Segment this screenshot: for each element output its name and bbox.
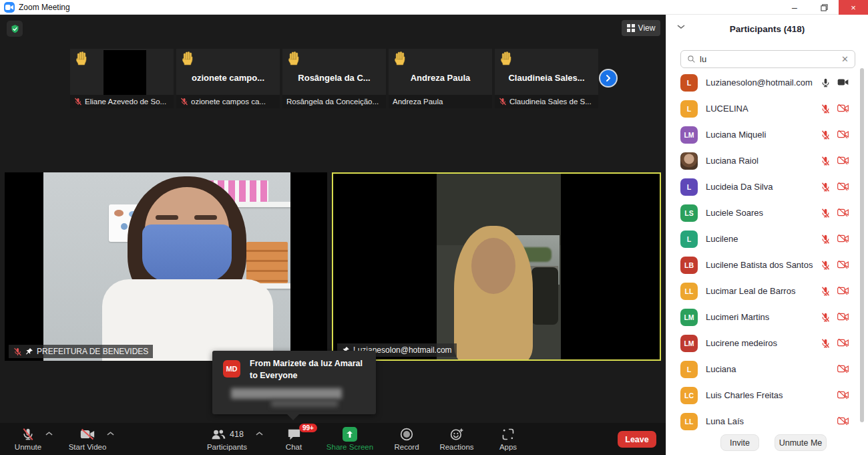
participant-row[interactable]: LC Luis Charles Freitas <box>666 383 864 409</box>
start-video-label: Start Video <box>69 443 107 451</box>
clear-search-icon[interactable]: ✕ <box>841 54 849 64</box>
participant-row[interactable]: Luciana Raiol <box>666 148 864 174</box>
thumbnail-strip: Eliane Azevedo de So... ozionete campo..… <box>70 49 598 108</box>
camera-status-icon <box>837 338 848 349</box>
record-label: Record <box>394 443 419 451</box>
participant-avatar: LC <box>680 387 698 404</box>
video-thumbnail[interactable]: ozionete campo... ozionete campos ca... <box>176 49 280 108</box>
main-video-prefeitura[interactable]: PREFEITURA DE BENEVIDES <box>5 172 327 361</box>
raised-hand-icon <box>288 51 301 67</box>
view-label: View <box>638 23 656 33</box>
participant-row[interactable]: LL Lucimar Leal de Barros <box>666 279 864 305</box>
muted-mic-icon <box>180 98 188 106</box>
participant-avatar: LL <box>680 283 698 300</box>
participant-avatar <box>680 152 698 170</box>
muted-mic-icon <box>74 98 82 106</box>
panel-scrollbar[interactable] <box>860 68 864 422</box>
mic-muted-icon <box>21 426 35 442</box>
participant-row[interactable]: L Luciana <box>666 357 864 383</box>
unmute-me-button[interactable]: Unmute Me <box>775 434 827 451</box>
redacted-message <box>271 400 338 407</box>
panel-title: Participants (418) <box>666 24 868 34</box>
video-name-label: PREFEITURA DE BENEVIDES <box>9 345 153 358</box>
chat-notification-popup[interactable]: MD From Marizete da luz Amaral to Everyo… <box>212 351 376 414</box>
sender-avatar: MD <box>223 360 240 377</box>
video-thumbnail[interactable]: Claudineia Sales... Claudineia Sales de … <box>495 49 598 108</box>
meeting-toolbar: Unmute Start Video 418 Participants <box>0 423 666 455</box>
participant-search-input[interactable]: lu ✕ <box>680 50 855 68</box>
camera-status-icon <box>837 104 848 114</box>
participants-count: 418 <box>230 430 244 439</box>
thumbnail-name-label: Rosângela da Conceição... <box>282 95 386 108</box>
participant-avatar: LM <box>680 126 698 144</box>
raised-hand-icon <box>75 51 89 67</box>
participant-row[interactable]: LS Luciele Soares <box>666 200 864 226</box>
mic-status-icon <box>821 208 831 218</box>
participant-row[interactable]: LM Lucirene medeiros <box>666 331 864 357</box>
view-button[interactable]: View <box>622 20 660 36</box>
zoom-meeting-window: Zoom Meeting – × View <box>0 0 868 455</box>
next-page-arrow-button[interactable] <box>599 69 618 88</box>
participant-row[interactable]: L Luzianesolon@hotmail.com <box>666 70 864 96</box>
mic-status-icon <box>821 390 831 401</box>
audio-options-chevron[interactable] <box>45 431 53 436</box>
video-stage: View Eliane Azevedo de So... <box>0 15 666 455</box>
participant-name: Lucimeri Martins <box>706 312 769 322</box>
search-icon <box>687 55 696 63</box>
mic-status-icon <box>821 104 831 114</box>
video-options-chevron[interactable] <box>107 431 114 436</box>
participant-row[interactable]: L Lucideia Da Silva <box>666 174 864 200</box>
thumbnail-center-name: Andreza Paula <box>389 73 492 83</box>
participant-avatar: L <box>680 361 698 378</box>
participant-row[interactable]: LL Luna Laís <box>666 409 864 435</box>
zoom-app-icon <box>4 2 15 13</box>
participant-name: Luna Laís <box>706 416 744 426</box>
leave-button[interactable]: Leave <box>618 431 656 448</box>
participant-row[interactable]: L Lucilene <box>666 226 864 253</box>
main-video-luziane[interactable]: Luzianesolon@hotmail.com <box>332 172 661 361</box>
camera-status-icon <box>837 130 848 140</box>
participant-name: Lucirene medeiros <box>706 338 777 348</box>
thumbnail-name-label: Claudineia Sales de S... <box>495 95 598 108</box>
video-thumbnail[interactable]: Eliane Azevedo de So... <box>70 49 174 108</box>
mic-status-icon <box>821 182 831 192</box>
mic-status-icon <box>821 234 831 245</box>
participant-name: Lucimar Leal de Barros <box>706 286 795 296</box>
camera-status-icon <box>837 234 848 245</box>
participant-row[interactable]: LB Lucilene Batista dos Santos <box>666 253 864 279</box>
thumbnail-center-name: Claudineia Sales... <box>495 73 598 83</box>
video-thumbnail[interactable]: Andreza Paula Andreza Paula <box>389 49 492 108</box>
participant-name: Lucideia Da Silva <box>706 182 773 192</box>
reactions-label: Reactions <box>439 443 473 451</box>
invite-button[interactable]: Invite <box>720 434 759 451</box>
share-screen-label: Share Screen <box>327 443 373 451</box>
raised-hand-icon <box>182 51 195 67</box>
participant-avatar: LL <box>680 413 698 430</box>
participant-row[interactable]: L LUCELINA <box>666 96 864 122</box>
participant-name: Luciana Raiol <box>706 156 758 166</box>
participant-name: Luciele Soares <box>706 208 763 218</box>
participants-button[interactable]: 418 Participants <box>194 426 260 451</box>
participant-name: Luis Charles Freitas <box>706 390 783 400</box>
camera-status-icon <box>837 364 848 375</box>
participant-name: Lucilene Batista dos Santos <box>706 260 813 270</box>
video-thumbnail[interactable]: Rosângela da C... Rosângela da Conceição… <box>282 49 386 108</box>
apps-button[interactable]: Apps <box>475 426 541 451</box>
participant-row[interactable]: LM Luciana Miqueli <box>666 122 864 148</box>
camera-status-icon <box>837 416 848 427</box>
muted-mic-icon <box>13 347 22 356</box>
participant-avatar: L <box>680 74 698 92</box>
mic-status-icon <box>821 338 831 349</box>
participant-display-name: PREFEITURA DE BENEVIDES <box>37 347 148 356</box>
start-video-button[interactable]: Start Video <box>54 426 121 451</box>
unmute-button[interactable]: Unmute <box>0 426 61 451</box>
thumbnail-name-label: ozionete campos ca... <box>176 95 280 108</box>
restore-button[interactable] <box>809 0 839 15</box>
close-button[interactable]: × <box>839 0 868 15</box>
participant-avatar: L <box>680 178 698 196</box>
participant-row[interactable]: LM Lucimeri Martins <box>666 305 864 331</box>
camera-status-icon <box>837 182 848 192</box>
security-shield-icon[interactable] <box>7 21 23 37</box>
pin-icon <box>25 347 33 355</box>
minimize-button[interactable]: – <box>780 0 809 15</box>
